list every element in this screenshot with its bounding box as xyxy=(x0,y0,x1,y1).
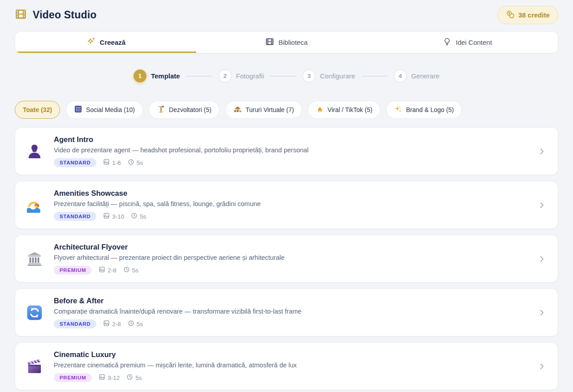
template-card-cinematic-luxury[interactable]: Cinematic Luxury Prezentare cinematică p… xyxy=(15,342,558,390)
classical-building-icon xyxy=(26,250,43,267)
tab-idei-content[interactable]: Idei Content xyxy=(377,32,558,53)
step-generare: 4 Generare xyxy=(394,69,439,82)
duration: 5s xyxy=(128,159,143,167)
clock-icon xyxy=(126,374,133,382)
card-body: Architectural Flyover Flyover arhitectur… xyxy=(54,243,526,275)
chevron-right-icon xyxy=(537,254,546,263)
filter-viral-tiktok[interactable]: Viral / TikTok (5) xyxy=(308,101,380,119)
clapperboard-icon xyxy=(26,358,43,375)
card-body: Agent Intro Video de prezentare agent — … xyxy=(54,135,526,167)
construction-crane-icon xyxy=(157,105,165,115)
step-template: 1 Template xyxy=(134,69,180,82)
chevron-right-icon xyxy=(537,201,546,210)
clock-icon xyxy=(128,159,134,167)
tab-label: Biblioteca xyxy=(278,39,307,46)
step-number: 4 xyxy=(394,69,407,82)
wizard-stepper: 1 Template 2 Fotografii 3 Configurare 4 … xyxy=(15,69,558,82)
template-card-before-after[interactable]: Before & After Comparație dramatică înai… xyxy=(15,289,558,336)
filter-brand-logo[interactable]: Brand & Logo (5) xyxy=(386,101,462,119)
photos-icon xyxy=(99,266,105,274)
chevron-right-icon xyxy=(537,147,546,156)
chip-label: Toate (32) xyxy=(23,106,52,113)
duration: 5s xyxy=(128,320,143,328)
tab-biblioteca[interactable]: Biblioteca xyxy=(196,32,377,53)
tier-badge: STANDARD xyxy=(54,158,96,167)
clock-icon xyxy=(123,266,130,274)
film-icon xyxy=(265,37,274,47)
photos-icon xyxy=(103,212,110,220)
film-icon xyxy=(15,8,27,22)
tab-creeaza[interactable]: Creează xyxy=(15,32,196,53)
template-card-agent-intro[interactable]: Agent Intro Video de prezentare agent — … xyxy=(15,127,558,175)
card-body: Amenities Showcase Prezentare facilități… xyxy=(54,189,526,221)
step-label: Fotografii xyxy=(236,72,264,80)
template-card-architectural-flyover[interactable]: Architectural Flyover Flyover arhitectur… xyxy=(15,235,558,283)
duration-value: 5s xyxy=(140,213,146,220)
template-card-amenities-showcase[interactable]: Amenities Showcase Prezentare facilități… xyxy=(15,181,558,229)
sparkles-icon xyxy=(86,37,96,48)
category-filters: Toate (32) Social Media (10) xyxy=(15,101,558,119)
chip-label: Viral / TikTok (5) xyxy=(327,106,372,113)
template-title: Cinematic Luxury xyxy=(54,350,526,359)
chip-label: Social Media (10) xyxy=(86,106,135,113)
filter-toate[interactable]: Toate (32) xyxy=(15,101,60,119)
chip-label: Brand & Logo (5) xyxy=(406,106,454,113)
lightbulb-icon xyxy=(443,37,452,47)
template-description: Flyover arhitectural — prezentare proiec… xyxy=(54,254,526,261)
tab-label: Idei Content xyxy=(456,39,492,46)
clock-icon xyxy=(128,320,134,328)
card-body: Cinematic Luxury Prezentare cinematică p… xyxy=(54,350,526,382)
fire-icon xyxy=(316,105,324,115)
header-title-group: Video Studio xyxy=(15,8,97,22)
arrows-cycle-icon xyxy=(26,304,43,321)
photo-range-value: 3-10 xyxy=(112,213,124,220)
template-title: Agent Intro xyxy=(54,135,526,144)
header: Video Studio 38 credite xyxy=(15,6,558,23)
step-number: 3 xyxy=(302,69,315,82)
step-label: Generare xyxy=(411,72,439,80)
credits-label: 38 credite xyxy=(518,11,550,19)
step-number: 1 xyxy=(134,69,146,82)
tier-badge: STANDARD xyxy=(54,212,96,221)
duration-value: 5s xyxy=(132,267,138,274)
filter-dezvoltatori[interactable]: Dezvoltatori (5) xyxy=(149,101,220,119)
duration-value: 5s xyxy=(135,375,142,381)
template-meta: STANDARD 3-10 xyxy=(54,212,526,221)
filter-social-media[interactable]: Social Media (10) xyxy=(66,101,143,119)
credits-badge: 38 credite xyxy=(497,6,558,24)
photos-icon xyxy=(103,159,110,167)
template-meta: STANDARD 2-8 xyxy=(54,319,526,328)
chevron-right-icon xyxy=(537,308,546,317)
duration-value: 5s xyxy=(137,159,143,166)
photo-range: 3-10 xyxy=(103,212,124,220)
template-title: Amenities Showcase xyxy=(54,189,526,198)
photo-range-value: 1-6 xyxy=(112,159,121,166)
template-description: Comparație dramatică înainte/după renova… xyxy=(54,308,526,315)
photos-icon xyxy=(99,374,105,382)
coins-icon xyxy=(506,10,515,20)
step-connector xyxy=(186,76,212,77)
template-meta: PREMIUM 3-12 xyxy=(54,373,526,382)
template-title: Before & After xyxy=(54,297,526,305)
template-description: Prezentare facilități — piscină, spa, sa… xyxy=(54,200,526,207)
step-fotografii: 2 Fotografii xyxy=(219,69,264,82)
house-garden-icon xyxy=(233,105,242,115)
photos-icon xyxy=(103,320,110,328)
card-body: Before & After Comparație dramatică înai… xyxy=(54,297,526,328)
photo-range: 2-8 xyxy=(99,266,116,274)
step-label: Template xyxy=(151,72,180,80)
filter-tururi-virtuale[interactable]: Tururi Virtuale (7) xyxy=(225,101,302,119)
step-label: Configurare xyxy=(320,72,355,80)
photo-range: 1-6 xyxy=(103,159,121,167)
tier-badge: STANDARD xyxy=(54,319,96,328)
page-title: Video Studio xyxy=(33,9,97,21)
photo-range: 2-8 xyxy=(103,320,121,328)
photo-range: 3-12 xyxy=(99,374,120,382)
video-studio-page: Video Studio 38 credite Cree xyxy=(0,0,573,390)
photo-range-value: 2-8 xyxy=(112,321,121,327)
step-number: 2 xyxy=(219,69,232,82)
template-description: Video de prezentare agent — headshot pro… xyxy=(54,146,526,154)
tab-label: Creează xyxy=(100,39,126,46)
step-connector xyxy=(270,76,296,77)
template-list: Agent Intro Video de prezentare agent — … xyxy=(15,127,558,390)
